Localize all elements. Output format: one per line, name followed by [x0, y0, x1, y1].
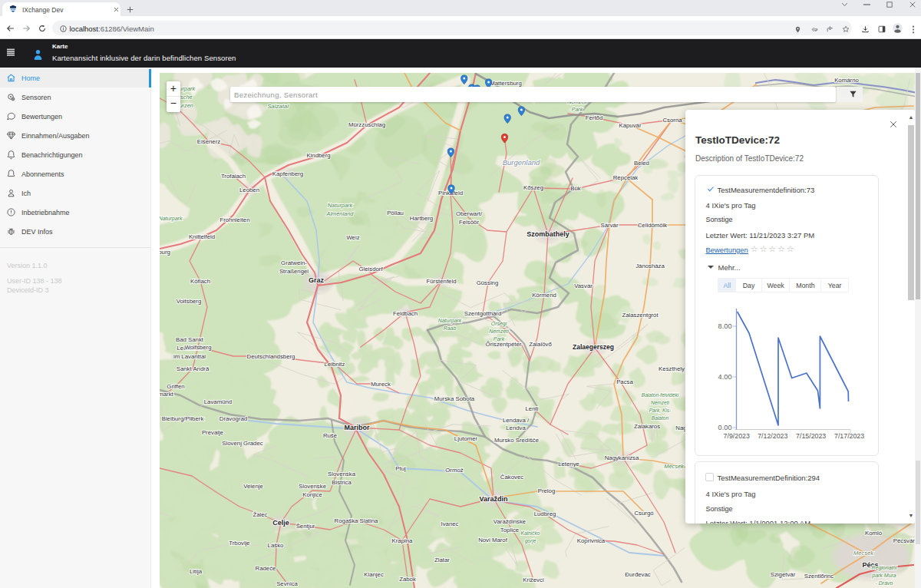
svg-text:Gleisdorf: Gleisdorf [358, 266, 383, 273]
svg-text:Fertőd: Fertőd [586, 114, 603, 121]
svg-text:Letenye: Letenye [558, 461, 579, 467]
svg-text:Almenland: Almenland [326, 210, 355, 217]
svg-text:Maribor: Maribor [344, 424, 370, 431]
svg-text:Prevalje: Prevalje [202, 429, 223, 436]
svg-text:park Mura: park Mura [871, 573, 896, 579]
svg-text:Toplice: Toplice [500, 527, 519, 533]
svg-text:Ivanec: Ivanec [441, 520, 459, 527]
svg-text:Ptuj: Ptuj [395, 465, 406, 472]
svg-text:Straßengel: Straßengel [279, 268, 309, 275]
svg-text:Bistrica: Bistrica [332, 479, 352, 486]
svg-text:Fürstenfeld: Fürstenfeld [426, 278, 456, 285]
svg-text:Jánosháza: Jánosháza [635, 263, 665, 269]
svg-text:Őriszentpéter: Őriszentpéter [486, 341, 522, 348]
svg-text:Salzatal: Salzatal [267, 103, 289, 110]
svg-text:Park: Park [572, 107, 583, 112]
svg-text:Komló: Komló [865, 530, 883, 537]
svg-text:Pacsa: Pacsa [616, 378, 633, 385]
svg-text:Nemzeti: Nemzeti [489, 329, 509, 334]
svg-text:Lendava /: Lendava / [503, 417, 530, 424]
svg-text:Ljutomer: Ljutomer [454, 435, 478, 442]
svg-text:Naturpark: Naturpark [160, 216, 183, 222]
svg-text:Vasvár: Vasvár [574, 282, 593, 289]
svg-text:Szombathely: Szombathely [527, 230, 569, 238]
svg-text:Šentjur: Šentjur [296, 523, 315, 530]
svg-text:Varaždinske: Varaždinske [494, 518, 526, 525]
svg-text:Bük: Bük [570, 185, 581, 192]
svg-text:Nemzeti: Nemzeti [651, 400, 670, 405]
svg-text:Novi Marof: Novi Marof [478, 537, 508, 543]
svg-text:Feldbach: Feldbach [393, 310, 418, 317]
svg-text:Zalalövő: Zalalövő [529, 341, 552, 348]
svg-text:Laško: Laško [268, 542, 284, 549]
svg-text:Konjice: Konjice [302, 491, 322, 498]
svg-text:Prelog: Prelog [538, 487, 556, 494]
svg-text:Sankt Andrä: Sankt Andrä [177, 365, 210, 372]
svg-text:Köflach: Köflach [190, 278, 210, 285]
svg-text:Szentgotthárd: Szentgotthárd [464, 310, 502, 317]
svg-text:Krapina: Krapina [392, 537, 414, 544]
svg-text:Kapuvár: Kapuvár [619, 122, 641, 129]
svg-text:Pécsvára: Pécsvára [893, 537, 915, 544]
svg-text:Voitsberg: Voitsberg [177, 298, 202, 305]
svg-text:Csurgó: Csurgó [634, 510, 654, 517]
svg-text:Zalaegerszeg: Zalaegerszeg [573, 343, 614, 351]
svg-text:Beled: Beled [634, 160, 649, 167]
svg-text:Örségi: Örségi [491, 321, 507, 327]
svg-text:Griffen: Griffen [167, 383, 184, 390]
svg-text:Deutschlandsberg: Deutschlandsberg [247, 353, 295, 360]
svg-text:Kapfenberg: Kapfenberg [272, 170, 303, 177]
svg-text:Balaton-felvidéki: Balaton-felvidéki [642, 392, 679, 398]
svg-text:Slovenska: Slovenska [328, 471, 356, 477]
svg-text:Dravograd: Dravograd [220, 415, 247, 422]
svg-text:Hartberg: Hartberg [410, 215, 433, 222]
svg-text:Zalakaros: Zalakaros [634, 423, 660, 430]
svg-text:Rogaška Slatina: Rogaška Slatina [335, 517, 378, 524]
svg-text:Leibnitz: Leibnitz [325, 361, 345, 368]
svg-text:Murska Sobota: Murska Sobota [434, 395, 475, 402]
svg-text:Park: Park [494, 336, 505, 342]
svg-text:Frohnleiten: Frohnleiten [220, 216, 249, 223]
svg-text:Velenje: Velenje [243, 483, 263, 490]
svg-text:Litija: Litija [190, 568, 203, 575]
svg-text:Mureck: Mureck [371, 381, 391, 388]
svg-text:Sárvár: Sárvár [601, 222, 619, 229]
svg-text:burg: burg [160, 249, 170, 256]
svg-text:Keszthely: Keszthely [659, 365, 685, 372]
svg-text:Raab: Raab [444, 325, 457, 331]
svg-text:Graz: Graz [309, 276, 325, 284]
svg-text:Đurđevac: Đurđevac [625, 571, 650, 578]
svg-text:Wolfsberg: Wolfsberg [185, 344, 212, 351]
svg-text:Burgenland: Burgenland [503, 158, 540, 167]
svg-text:Bad Sankt: Bad Sankt [176, 336, 204, 343]
svg-text:Križevci: Križevci [523, 576, 544, 583]
svg-text:Répcelak: Répcelak [613, 174, 639, 181]
svg-text:Eisenerz: Eisenerz [197, 138, 220, 145]
svg-text:Szigetvár: Szigetvár [771, 571, 796, 578]
svg-text:Gratwein-: Gratwein- [281, 259, 307, 266]
svg-text:Bleiburg/Pliberk: Bleiburg/Pliberk [162, 415, 204, 422]
svg-text:Ludbreg: Ludbreg [534, 510, 556, 517]
svg-text:Naturpark: Naturpark [328, 202, 353, 209]
svg-text:- Drávo: - Drávo [876, 580, 893, 586]
svg-text:im Lavanttal: im Lavanttal [173, 353, 206, 360]
svg-text:Zalaszentgrót: Zalaszentgrót [622, 312, 659, 319]
svg-text:Trbovlje: Trbovlje [229, 540, 249, 547]
svg-text:Koprivnica: Koprivnica [577, 537, 606, 544]
svg-text:Kőszeg: Kőszeg [523, 184, 543, 191]
svg-text:Radeče: Radeče [256, 565, 276, 572]
svg-text:Komárno: Komárno [834, 77, 859, 84]
svg-text:Oberwart/: Oberwart/ [456, 210, 483, 217]
svg-text:Mecsek: Mecsek [853, 550, 874, 557]
svg-text:Varaždin: Varaždin [479, 495, 507, 503]
svg-text:Lavamünd: Lavamünd [204, 398, 232, 405]
svg-text:Kalničko: Kalničko [521, 530, 540, 536]
svg-text:Mürzzuschlag: Mürzzuschlag [348, 121, 385, 128]
svg-text:Szentlőrinc: Szentlőrinc [804, 573, 834, 580]
svg-text:Žalec: Žalec [253, 511, 267, 518]
svg-text:Knittelfeld: Knittelfeld [189, 233, 215, 240]
svg-text:Felsöör: Felsöör [459, 219, 479, 226]
svg-text:Balaton: Balaton [652, 415, 669, 421]
svg-text:Körmend: Körmend [532, 292, 556, 299]
svg-text:Trofaiach: Trofaiach [221, 173, 246, 180]
